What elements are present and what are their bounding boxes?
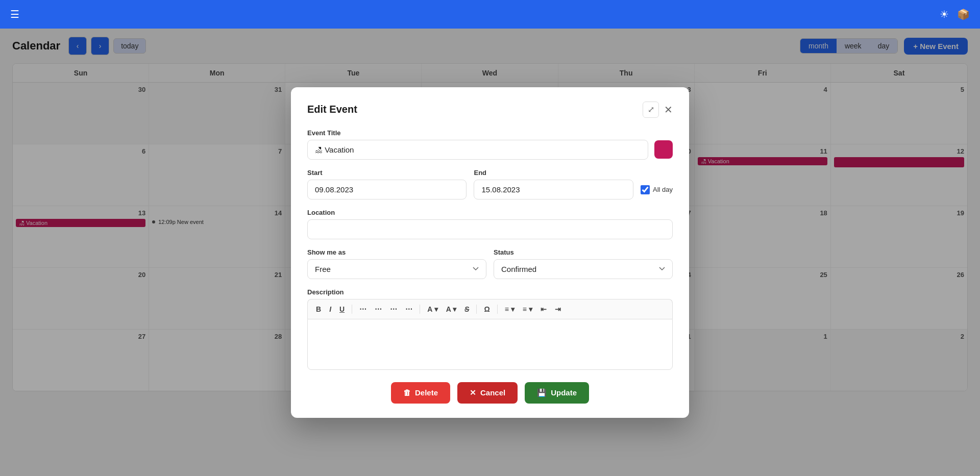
event-title-row: Event Title [307,129,673,160]
modal-header: Edit Event ⤢ ✕ [307,102,673,118]
toolbar-sep-2 [420,305,420,314]
location-label: Location [307,209,673,216]
justify-button[interactable]: ⋯ [402,304,415,315]
hamburger-icon[interactable]: ☰ [10,8,19,20]
modal-header-actions: ⤢ ✕ [643,102,673,118]
modal-close-button[interactable]: ✕ [664,104,673,116]
edit-event-modal: Edit Event ⤢ ✕ Event Title Start [291,87,689,418]
end-date-input[interactable] [474,180,633,199]
status-group: Status Confirmed Tentative Cancelled [494,248,673,279]
event-title-label: Event Title [307,129,673,137]
modal-overlay[interactable]: Edit Event ⤢ ✕ Event Title Start [0,29,980,476]
omega-button[interactable]: Ω [481,304,493,315]
delete-button[interactable]: 🗑 Delete [391,382,450,404]
unordered-list-button[interactable]: ≡ ▾ [502,304,518,315]
modal-expand-button[interactable]: ⤢ [643,102,659,118]
strikethrough-button[interactable]: S [461,304,472,315]
x-icon: ✕ [470,388,476,397]
indent-dec-button[interactable]: ⇤ [537,304,550,315]
font-color-button[interactable]: A ▾ [424,304,440,315]
status-label: Status [494,248,673,256]
ordered-list-button[interactable]: ≡ ▾ [520,304,535,315]
event-color-swatch[interactable] [654,140,673,159]
start-field-group: Start [307,169,467,199]
status-select[interactable]: Confirmed Tentative Cancelled [494,259,673,279]
cancel-button[interactable]: ✕ Cancel [457,382,518,404]
allday-checkbox[interactable] [641,185,650,194]
main-area: Calendar ‹ › today month week day + New … [0,29,980,476]
date-row: Start End All day [307,169,673,199]
event-title-input[interactable] [307,140,648,160]
bold-button[interactable]: B [313,304,324,315]
end-field-group: End [474,169,633,199]
align-center-button[interactable]: ⋯ [372,304,385,315]
title-input-row [307,140,673,160]
toolbar-sep-4 [497,305,498,314]
save-icon: 💾 [537,388,547,397]
description-editor[interactable] [307,319,673,370]
modal-footer: 🗑 Delete ✕ Cancel 💾 Update [307,382,673,404]
sun-icon[interactable]: ☀ [940,8,949,20]
allday-group: All day [641,185,673,199]
italic-button[interactable]: I [326,304,334,315]
toolbar-sep-3 [476,305,477,314]
trash-icon: 🗑 [403,388,411,397]
toolbar-sep-1 [352,305,352,314]
highlight-button[interactable]: A ▾ [443,304,459,315]
update-button[interactable]: 💾 Update [525,382,589,404]
underline-button[interactable]: U [336,304,348,315]
start-date-input[interactable] [307,180,467,199]
description-row: Description B I U ⋯ ⋯ ⋯ ⋯ A ▾ A ▾ S Ω [307,288,673,370]
align-right-button[interactable]: ⋯ [387,304,400,315]
indent-inc-button[interactable]: ⇥ [552,304,564,315]
allday-label: All day [653,186,673,193]
location-row: Location [307,209,673,239]
show-status-row: Show me as Free Busy Status Confirmed Te… [307,248,673,279]
show-me-as-select[interactable]: Free Busy [307,259,486,279]
description-label: Description [307,288,673,296]
show-me-as-group: Show me as Free Busy [307,248,486,279]
top-bar: ☰ ☀ 📦 [0,0,980,29]
description-toolbar: B I U ⋯ ⋯ ⋯ ⋯ A ▾ A ▾ S Ω ≡ ▾ ≡ ▾ [307,299,673,319]
end-label: End [474,169,633,177]
modal-title: Edit Event [307,104,357,115]
start-label: Start [307,169,467,177]
show-me-as-label: Show me as [307,248,486,256]
box-icon[interactable]: 📦 [957,8,970,20]
location-input[interactable] [307,219,673,239]
align-left-button[interactable]: ⋯ [356,304,370,315]
